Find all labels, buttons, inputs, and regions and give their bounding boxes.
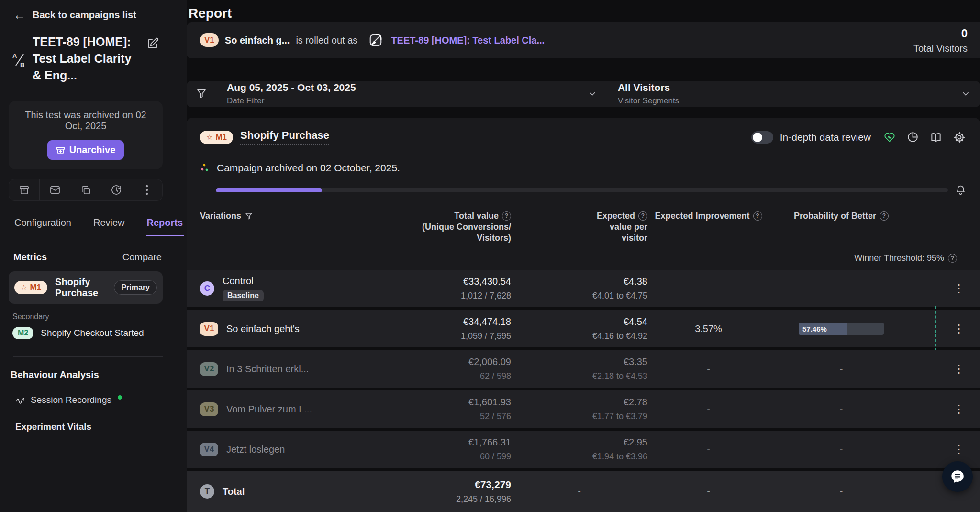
- sidebar-item-session-recordings[interactable]: Session Recordings: [15, 395, 163, 405]
- session-recordings-icon: [15, 395, 25, 405]
- arrow-left-icon: ←: [13, 9, 26, 21]
- chevron-down-icon: [961, 89, 970, 99]
- row-menu-button[interactable]: ⋮: [951, 283, 967, 294]
- kebab-icon: [142, 185, 152, 195]
- help-icon[interactable]: ?: [948, 254, 957, 263]
- filter-funnel-icon: [187, 81, 216, 108]
- total-visitors-block: 0 Total Visitors: [912, 22, 980, 58]
- help-icon[interactable]: ?: [638, 211, 647, 221]
- rollout-campaign-link[interactable]: TEET-89 [HOME]: Test Label Cla...: [391, 35, 545, 46]
- edit-icon[interactable]: [146, 37, 159, 84]
- page-title: Report: [189, 6, 980, 21]
- docs-button[interactable]: [930, 131, 942, 144]
- variations-filter-icon[interactable]: [245, 212, 253, 221]
- chat-bubble-icon: [949, 468, 966, 485]
- unarchive-button[interactable]: Unarchive: [47, 140, 124, 160]
- winner-threshold-line: [935, 306, 936, 351]
- table-row-v1: V1 So einfach geht's €34,474.181,059 / 7…: [187, 310, 980, 347]
- chevron-down-icon: [588, 89, 597, 99]
- tab-configuration[interactable]: Configuration: [13, 217, 72, 236]
- metrics-heading: Metrics: [13, 252, 47, 263]
- metric-title[interactable]: Shopify Purchase: [240, 129, 329, 145]
- col-probability-of-better: Probability of Better?: [769, 211, 913, 222]
- row-menu-button[interactable]: ⋮: [951, 444, 967, 455]
- unarchive-icon: [56, 145, 65, 155]
- duplicate-button[interactable]: [70, 179, 101, 200]
- health-check-button[interactable]: [883, 131, 896, 144]
- primary-tag: Primary: [114, 280, 157, 295]
- metric-badge-m1: ☆ M1: [14, 281, 47, 294]
- row-menu-button[interactable]: ⋮: [951, 403, 967, 415]
- new-indicator-dot: [118, 395, 122, 400]
- total-badge: T: [200, 484, 214, 499]
- help-icon[interactable]: ?: [753, 211, 762, 221]
- total-visitors-label: Total Visitors: [913, 43, 968, 54]
- total-visitors-value: 0: [961, 27, 968, 40]
- variation-badge-v1: V1: [200, 33, 219, 47]
- toggle-label: In-depth data review: [780, 132, 871, 143]
- settings-button[interactable]: [953, 131, 966, 144]
- sidebar-item-experiment-vitals[interactable]: Experiment Vitals: [15, 422, 163, 432]
- table-row-v2: V2 In 3 Schritten erkl... €2,006.0962 / …: [187, 350, 980, 388]
- variation-badge: C: [200, 281, 214, 296]
- svg-text:B: B: [20, 61, 24, 68]
- metric-item-shopify-checkout[interactable]: M2 Shopify Checkout Started: [12, 327, 163, 339]
- notification-bell-icon[interactable]: [955, 184, 967, 196]
- rollout-banner: V1 So einfach g... is rolled out as TEET…: [187, 22, 980, 58]
- probability-bar: 57.46%: [799, 323, 884, 335]
- in-depth-review-toggle[interactable]: [751, 131, 773, 144]
- gear-icon: [953, 131, 966, 144]
- campaign-title: TEET-89 [HOME]: Test Label Clarity & Eng…: [33, 33, 142, 84]
- row-menu-button[interactable]: ⋮: [951, 363, 967, 375]
- personalization-icon: [368, 33, 383, 47]
- back-to-campaigns-link[interactable]: ← Back to campaigns list: [13, 9, 163, 21]
- archive-icon: [19, 185, 30, 196]
- ab-test-icon: A B: [11, 52, 28, 84]
- date-filter-dropdown[interactable]: Aug 05, 2025 - Oct 03, 2025 Date Filter: [216, 81, 607, 108]
- table-row-control: C Control Baseline €33,430.541,012 / 7,6…: [187, 270, 980, 307]
- chart-button[interactable]: [907, 131, 919, 143]
- sidebar: ← Back to campaigns list A B TEET-89 [HO…: [0, 0, 187, 512]
- svg-text:A: A: [12, 52, 17, 59]
- campaign-progress-bar: [216, 188, 948, 192]
- help-icon[interactable]: ?: [880, 211, 889, 221]
- copy-icon: [80, 185, 91, 196]
- date-range-value: Aug 05, 2025 - Oct 03, 2025: [227, 82, 588, 93]
- col-total-value: Total value? (Unique Conversions/ Visito…: [401, 211, 511, 244]
- variation-badge: V1: [200, 322, 218, 336]
- campaign-actions-toolbar: [9, 179, 163, 201]
- metric-item-shopify-purchase[interactable]: ☆ M1 Shopify Purchase Primary: [9, 271, 163, 304]
- segments-value: All Visitors: [618, 82, 961, 93]
- variation-badge: V2: [200, 362, 218, 376]
- table-row-total: T Total €73,2792,245 / 16,996 - - -: [187, 471, 980, 512]
- main-content: Report V1 So einfach g... is rolled out …: [187, 0, 980, 512]
- compare-link[interactable]: Compare: [122, 252, 162, 263]
- pie-chart-icon: [907, 131, 919, 143]
- table-row-v4: V4 Jetzt loslegen €1,766.3160 / 599 €2.9…: [187, 431, 980, 468]
- history-button[interactable]: [101, 179, 132, 200]
- more-options-button[interactable]: [132, 179, 162, 200]
- metric-badge-m1: ☆ M1: [200, 131, 233, 144]
- archived-notice-card: This test was archived on 02 Oct, 2025 U…: [9, 101, 163, 169]
- metric-badge-m2: M2: [12, 327, 33, 339]
- help-icon[interactable]: ?: [502, 211, 511, 221]
- divider: [13, 356, 163, 357]
- campaign-status-text: Campaign archived on 02 October, 2025.: [217, 162, 400, 174]
- report-card: ☆ M1 Shopify Purchase In-depth data revi…: [187, 118, 980, 512]
- tab-review[interactable]: Review: [92, 217, 126, 236]
- chat-widget-button[interactable]: [942, 461, 973, 492]
- archived-notice-text: This test was archived on 02 Oct, 2025: [16, 110, 155, 132]
- tab-reports[interactable]: Reports: [146, 217, 184, 236]
- secondary-heading: Secondary: [12, 312, 163, 321]
- back-label: Back to campaigns list: [33, 10, 136, 21]
- col-expected-improvement: Expected Improvement?: [647, 211, 769, 222]
- archive-button[interactable]: [9, 179, 40, 200]
- row-menu-button[interactable]: ⋮: [951, 323, 967, 334]
- visitor-segments-dropdown[interactable]: All Visitors Visitor Segments: [607, 81, 980, 108]
- results-table-body: C Control Baseline €33,430.541,012 / 7,6…: [187, 270, 980, 512]
- winner-threshold: Winner Threshold: 95% ?: [187, 244, 980, 270]
- baseline-tag: Baseline: [223, 290, 264, 301]
- ai-sparkle-icon: [200, 163, 211, 173]
- heart-pulse-icon: [883, 131, 896, 144]
- email-button[interactable]: [40, 179, 70, 200]
